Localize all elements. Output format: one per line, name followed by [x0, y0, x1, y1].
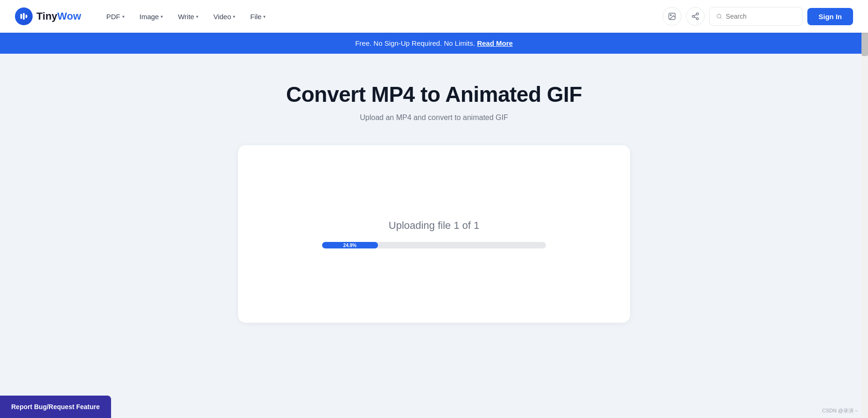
- progress-bar-track: 24.9%: [322, 242, 546, 248]
- svg-rect-2: [26, 14, 28, 18]
- chevron-down-icon: ▾: [122, 14, 125, 19]
- nav-item-image[interactable]: Image ▾: [133, 9, 170, 24]
- sign-in-button[interactable]: Sign In: [807, 8, 853, 25]
- logo-graphic: [19, 11, 29, 21]
- main-content: Convert MP4 to Animated GIF Upload an MP…: [0, 54, 868, 417]
- promo-banner: Free. No Sign-Up Required. No Limits. Re…: [0, 33, 868, 54]
- nav-actions: Sign In: [663, 7, 853, 26]
- uploading-status: Uploading file 1 of 1: [389, 220, 479, 232]
- svg-line-11: [721, 17, 721, 18]
- nav-item-pdf[interactable]: PDF ▾: [100, 9, 131, 24]
- chevron-down-icon: ▾: [161, 14, 163, 19]
- svg-point-5: [696, 13, 699, 15]
- chevron-down-icon: ▾: [233, 14, 235, 19]
- nav-item-write[interactable]: Write ▾: [171, 9, 205, 24]
- page-title: Convert MP4 to Animated GIF: [286, 82, 582, 107]
- logo[interactable]: TinyWow: [15, 7, 81, 25]
- progress-bar-fill: 24.9%: [322, 242, 378, 248]
- svg-point-10: [717, 14, 721, 18]
- search-box: [709, 7, 803, 26]
- svg-line-8: [694, 17, 696, 18]
- nav-links: PDF ▾ Image ▾ Write ▾ Video ▾ File ▾: [100, 9, 663, 24]
- report-bug-button[interactable]: Report Bug/Request Feature: [0, 396, 111, 418]
- nav-item-file[interactable]: File ▾: [244, 9, 272, 24]
- share-icon: [691, 12, 700, 21]
- progress-label: 24.9%: [343, 243, 357, 248]
- chevron-down-icon: ▾: [196, 14, 198, 19]
- svg-rect-1: [23, 13, 25, 20]
- svg-point-7: [696, 18, 699, 20]
- navbar: TinyWow PDF ▾ Image ▾ Write ▾ Video ▾ Fi…: [0, 0, 868, 33]
- share-icon-button[interactable]: [686, 7, 705, 26]
- svg-line-9: [694, 14, 696, 16]
- csdn-badge: CSDN @录演→: [822, 407, 859, 414]
- image-upload-icon-button[interactable]: [663, 7, 681, 26]
- upload-card: Uploading file 1 of 1 24.9%: [238, 145, 630, 323]
- image-upload-icon: [668, 12, 676, 21]
- search-icon: [716, 13, 722, 20]
- nav-item-video[interactable]: Video ▾: [207, 9, 242, 24]
- read-more-link[interactable]: Read More: [477, 39, 513, 47]
- svg-point-6: [692, 15, 694, 18]
- logo-text: TinyWow: [36, 10, 81, 22]
- chevron-down-icon: ▾: [263, 14, 266, 19]
- scrollbar-area: [861, 0, 868, 418]
- svg-point-4: [670, 14, 671, 15]
- svg-rect-0: [21, 14, 22, 19]
- page-subtitle: Upload an MP4 and convert to animated GI…: [360, 113, 508, 122]
- logo-icon: [15, 7, 33, 25]
- search-input[interactable]: [726, 13, 796, 20]
